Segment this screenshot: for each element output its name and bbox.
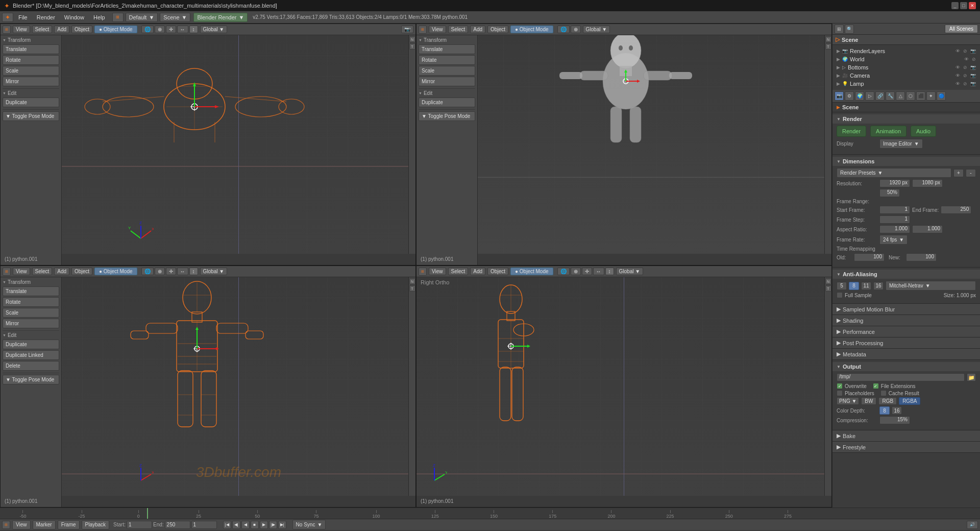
metadata-section[interactable]: ▶ Metadata [832,349,980,360]
vp-tl-strip-n[interactable]: N [409,36,415,42]
vp-br-manip[interactable]: ↔ [593,268,604,275]
bw-btn[interactable]: BW [861,397,876,405]
vptr-mirror[interactable]: Mirror [419,77,475,86]
rpanel-constraints-icon[interactable]: 🔗 [875,91,885,101]
vp-bl-globe[interactable]: 🌐 [141,268,154,275]
rpanel-search-icon[interactable]: 🔍 [845,25,854,34]
toggle-pose-btn[interactable]: ▼ Toggle Pose Mode [3,111,59,121]
display-dropdown[interactable]: Image Editor ▼ [879,139,923,149]
cache-result-check[interactable] [880,390,887,396]
audio-sync-btn[interactable]: 🔊 [967,521,978,529]
aa-filter-dropdown[interactable]: Mitchell-Netrav ▼ [886,281,976,291]
vp-br-object[interactable]: Object [487,268,508,275]
vp-tl-type-icon[interactable]: ⊞ [3,26,11,34]
vpbl-toggle-pose[interactable]: ▼ Toggle Pose Mode [3,375,59,384]
render-button[interactable]: Render [837,126,866,137]
step-back-btn[interactable]: ◀| [232,521,240,529]
start-frame[interactable]: 1 [879,206,910,214]
rpanel-object-icon[interactable]: ▷ [865,91,874,101]
vp-br-manip2[interactable]: ↕ [605,268,614,275]
vp-bl-manip2[interactable]: ↕ [189,268,198,275]
transform-header[interactable]: ▼ Transform [3,37,59,43]
vp-tl-cam[interactable]: 📷 [401,26,413,33]
file-ext-check[interactable]: ✓ [873,383,879,389]
vpbl-transform-header[interactable]: ▼ Transform [3,279,59,285]
vptr-toggle-pose[interactable]: ▼ Toggle Pose Mode [419,111,475,121]
vp-tl-global[interactable]: Global ▼ [200,26,228,33]
vp-tr-content[interactable] [478,35,831,254]
aa-header[interactable]: ▼ Anti-Aliasing [832,270,980,279]
end-frame[interactable]: 250 [941,206,971,214]
vp-tr-mode[interactable]: ● Object Mode [510,26,553,33]
rpanel-modifiers-icon[interactable]: 🔧 [886,91,895,101]
tree-renderlayers[interactable]: ▶ 📷 RenderLayers 👁 ⊘ 📷 [835,47,978,55]
help-menu[interactable]: Help [89,13,109,22]
frame-btn[interactable]: Frame [58,520,80,529]
res-y[interactable]: 1080 px [912,179,943,187]
vp-tr-view[interactable]: View [429,26,446,33]
start-frame-input[interactable] [127,521,152,529]
vp-tr-global[interactable]: Global ▼ [583,26,610,33]
vp-br-strip-t[interactable]: T [825,285,831,292]
rpanel-world-icon[interactable]: 🌍 [855,91,864,101]
play-back-btn[interactable]: ◀ [241,521,250,529]
vpbl-duplicate[interactable]: Duplicate [3,340,59,349]
vp-bl-global[interactable]: Global ▼ [200,268,228,275]
vp-bl-add[interactable]: Add [54,268,69,275]
maximize-button[interactable]: □ [960,2,967,9]
vp-br-global[interactable]: Global ▼ [616,268,644,275]
overwrite-check[interactable]: ✓ [837,383,843,389]
tree-world[interactable]: ▶ 🌍 World 👁 ⊘ [835,55,978,63]
rpanel-particles-icon[interactable]: ✦ [926,91,936,101]
vp-tl-grid[interactable]: ⊕ [155,26,165,33]
view-btn[interactable]: View [12,520,31,529]
rgba-btn[interactable]: RGBA [899,397,920,405]
vp-bl-select[interactable]: Select [32,268,53,275]
vp-bl-strip-n[interactable]: N [409,278,415,284]
shading-section[interactable]: ▶ Shading [832,315,980,326]
vp-br-add[interactable]: Add [470,268,485,275]
layout-dropdown[interactable]: Default ▼ [126,13,158,22]
vpbl-rotate[interactable]: Rotate [3,297,59,307]
format-dropdown[interactable]: PNG ▼ [837,397,859,405]
end-frame-input[interactable] [165,521,190,529]
vp-tr-type-icon[interactable]: ⊞ [419,26,427,34]
vp-tl-strip-t[interactable]: T [409,43,415,50]
render-menu[interactable]: Render [33,13,59,22]
vp-tl-add[interactable]: Add [54,26,69,33]
vp-br-cursor3[interactable]: ✛ [582,268,592,275]
rgb-btn[interactable]: RGB [878,397,897,405]
dims-plus-btn[interactable]: + [953,169,964,177]
asp-y[interactable]: 1.000 [912,225,943,233]
aa-11[interactable]: 11 [861,282,871,290]
vp-tr-globe[interactable]: 🌐 [557,26,570,33]
vp-br-mode[interactable]: ● Object Mode [510,268,553,275]
output-header[interactable]: ▼ Output [832,362,980,371]
blender-icon-button[interactable]: ✦ [2,13,13,22]
render-section-header[interactable]: ▼ Render [832,114,980,124]
scene-dropdown[interactable]: Scene ▼ [160,13,190,22]
marker-btn[interactable]: Marker [33,520,56,529]
vp-bl-grid[interactable]: ⊕ [155,268,165,275]
vp-tr-strip-n[interactable]: N [825,36,831,42]
jump-start-btn[interactable]: |◀ [223,521,231,529]
vp-tl-select[interactable]: Select [32,26,53,33]
vp-tr-strip-t[interactable]: T [825,43,831,50]
play-btn[interactable]: ▶ [260,521,268,529]
folder-browse-btn[interactable]: 📁 [967,373,976,381]
vp-tl-view[interactable]: View [13,26,30,33]
vp-br-view[interactable]: View [429,268,446,275]
vp-tl-object[interactable]: Object [71,26,92,33]
window-menu[interactable]: Window [60,13,88,22]
viewport-bottom-left[interactable]: ⊞ View Select Add Object ● Object Mode 🌐… [0,266,416,508]
vp-bl-manip[interactable]: ↔ [177,268,188,275]
viewport-top-left[interactable]: ⊞ View Select Add Object ● Object Mode 🌐… [0,23,416,266]
timeline-type-icon[interactable]: ⊞ [2,521,10,529]
vp-bl-object[interactable]: Object [71,268,92,275]
rpanel-texture-icon[interactable]: ⬛ [916,91,925,101]
compression-value[interactable]: 15% [879,416,910,424]
post-processing-section[interactable]: ▶ Post Processing [832,337,980,349]
screen-layout-icon[interactable]: ⊞ [112,13,124,22]
vp-tl-globe[interactable]: 🌐 [141,26,154,33]
file-menu[interactable]: File [14,13,32,22]
